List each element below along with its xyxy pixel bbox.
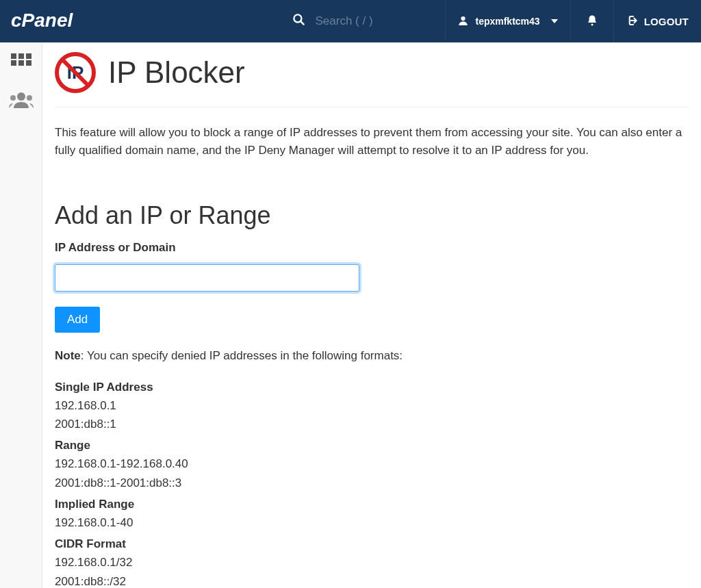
svg-point-13	[27, 95, 32, 101]
svg-point-4	[591, 23, 593, 25]
svg-rect-9	[18, 60, 24, 66]
user-menu[interactable]: tepxmfktcm43	[445, 0, 570, 42]
cpanel-logo[interactable]: cPanel	[11, 11, 97, 31]
ip-address-input[interactable]	[55, 264, 359, 292]
search-input[interactable]	[315, 14, 418, 28]
app-header: cPanel tepxmfktcm43 LOGOUT	[0, 0, 701, 42]
grid-icon	[11, 53, 31, 75]
svg-point-11	[17, 92, 25, 101]
format-example: 192.168.0.1-40	[55, 513, 689, 532]
format-example: 2001:db8::/32	[55, 572, 689, 588]
format-example: 2001:db8::1-2001:db8::3	[55, 474, 689, 492]
svg-rect-8	[11, 60, 16, 66]
format-name: Implied Range	[55, 495, 689, 513]
svg-rect-6	[18, 53, 24, 59]
svg-point-12	[10, 95, 16, 101]
formats-note: Note: You can specify denied IP addresse…	[55, 349, 689, 363]
notifications-button[interactable]	[570, 0, 613, 42]
caret-down-icon	[551, 19, 558, 23]
logout-button[interactable]: LOGOUT	[613, 0, 701, 42]
format-example: 192.168.0.1-192.168.0.40	[55, 455, 689, 473]
section-title: Add an IP or Range	[55, 201, 689, 230]
format-name: Range	[55, 436, 689, 455]
note-label: Note	[55, 349, 81, 362]
svg-rect-10	[26, 60, 31, 66]
page-title: IP Blocker	[108, 55, 245, 90]
main-content: IP IP Blocker This feature will allow yo…	[42, 42, 701, 588]
ip-field-label: IP Address or Domain	[55, 241, 689, 255]
svg-rect-7	[26, 53, 31, 59]
format-name: CIDR Format	[55, 535, 689, 553]
svg-point-3	[461, 16, 466, 21]
logout-label: LOGOUT	[644, 16, 689, 27]
user-icon	[458, 15, 468, 27]
search-icon	[292, 13, 305, 29]
format-name: Single IP Address	[55, 378, 689, 396]
sidebar-apps-button[interactable]	[8, 51, 35, 78]
logout-icon	[626, 15, 637, 28]
svg-line-2	[301, 21, 304, 25]
svg-text:cPanel: cPanel	[11, 11, 73, 31]
format-example: 192.168.0.1	[55, 396, 689, 415]
bell-icon	[586, 14, 598, 29]
username-label: tepxmfktcm43	[475, 16, 539, 27]
global-search[interactable]	[292, 13, 418, 29]
ip-blocker-icon: IP	[55, 52, 96, 93]
format-example: 2001:db8::1	[55, 415, 689, 433]
sidebar-users-button[interactable]	[8, 88, 35, 115]
svg-rect-5	[11, 53, 16, 59]
formats-list: Single IP Address192.168.0.12001:db8::1R…	[55, 378, 689, 588]
note-text: : You can specify denied IP addresses in…	[81, 349, 403, 362]
users-icon	[9, 90, 34, 112]
sidebar	[0, 42, 42, 588]
add-button[interactable]: Add	[55, 307, 100, 333]
page-description: This feature will allow you to block a r…	[55, 124, 689, 160]
format-example: 192.168.0.1/32	[55, 553, 689, 572]
